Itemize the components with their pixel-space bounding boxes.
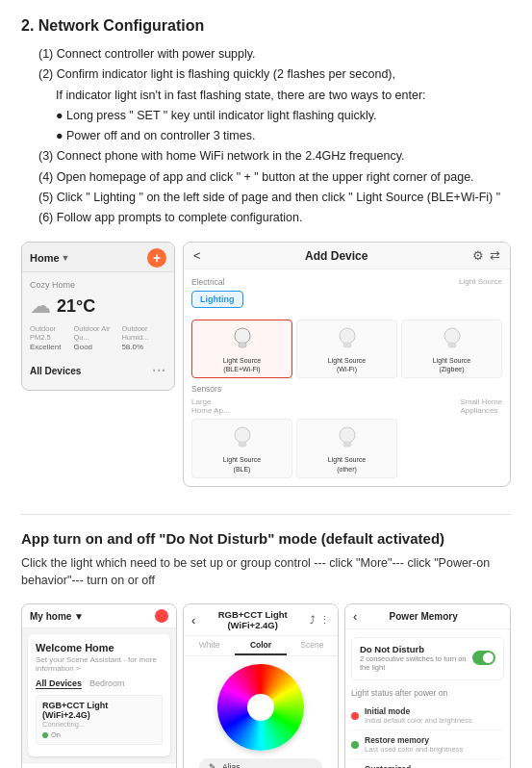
bullet2: Power off and on controller 3 times.	[56, 126, 511, 146]
step2: (2) Confirm indicator light is flashing …	[38, 64, 511, 85]
svg-point-10	[340, 427, 355, 443]
alias-button[interactable]: ✎ Alias	[199, 758, 322, 768]
device-grid-2: Light Source(BLE) Light Source(other)	[191, 419, 502, 477]
light-source-label: Light Source	[459, 277, 502, 287]
dnd-toggle[interactable]	[472, 651, 495, 665]
color-wheel-area: ✎ Alias 🕐 Schedule ◎ Efficiencies ⏻ Powe…	[184, 656, 338, 768]
pb1-body: Welcome Home Set your Scene Assistant - …	[22, 634, 176, 756]
settings-icon[interactable]: ⚙	[472, 248, 484, 263]
dnd-title: Do Not Disturb	[360, 644, 472, 654]
phone-rgb-light: ‹ RGB+CCT Light (WiFi+2.4G) ⤴ ⋮ White Co…	[183, 603, 339, 768]
tab-color[interactable]: Color	[235, 636, 286, 655]
option-restore-desc: Last used color and brightness	[365, 745, 463, 754]
bulb-icon-zigbee	[442, 326, 463, 353]
phone-mockups-row1: Home ▼ + Cozy Home ☁ 21°C Outdoor PM2.5 …	[21, 242, 511, 486]
temperature: 21°C	[57, 296, 95, 317]
electrical-text: Electrical	[191, 277, 224, 287]
bullet1: Long press " SET " key until indicator l…	[56, 106, 511, 126]
scan-icon[interactable]: ⇄	[490, 248, 500, 263]
device-other[interactable]: Light Source(other)	[296, 419, 397, 477]
phone-mockups-row2: My home ▼ Welcome Home Set your Scene As…	[21, 603, 511, 768]
option-initial-title: Initial mode	[365, 706, 472, 716]
all-devices-label: All Devices ···	[30, 359, 166, 382]
tab-white[interactable]: White	[184, 636, 235, 655]
cozy-label: Cozy Home	[30, 280, 166, 290]
bulb-icon-wifi	[337, 326, 358, 353]
share-icon[interactable]: ⤴	[310, 614, 316, 627]
section-divider	[21, 514, 511, 515]
device-status: On	[42, 730, 156, 739]
large-small-labels: LargeHome Ap... Small HomeAppliances	[191, 397, 502, 415]
dnd-header: Do Not Disturb 2 consecutive switches to…	[360, 644, 495, 672]
welcome-home-card: Welcome Home Set your Scene Assistant - …	[28, 634, 170, 756]
dot-green	[351, 741, 359, 749]
tab-all-devices[interactable]: All Devices	[36, 678, 82, 689]
pb3-body: Do Not Disturb 2 consecutive switches to…	[345, 629, 510, 768]
svg-point-4	[340, 328, 355, 344]
more-icon[interactable]: ⋮	[319, 614, 330, 627]
weather-row: ☁ 21°C	[30, 294, 166, 319]
device-sub: Connecting...	[42, 720, 156, 729]
pb3-back-icon[interactable]: ‹	[353, 609, 357, 624]
my-home-label: My home ▼	[30, 611, 84, 622]
bulb-icon-ble	[232, 425, 253, 452]
bulb-icon-other	[337, 425, 358, 452]
step6: (6) Follow app prompts to complete confi…	[38, 208, 511, 228]
dnd-subtitle: 2 consecutive switches to turn on the li…	[360, 654, 472, 672]
notification-dot	[155, 609, 168, 623]
color-wheel[interactable]	[217, 664, 304, 751]
pb2-icons: ⤴ ⋮	[310, 614, 330, 627]
back-arrow-icon[interactable]: <	[193, 248, 201, 263]
add-device-body: Electrical Light Source Lighting	[184, 269, 510, 485]
lighting-badge[interactable]: Lighting	[191, 291, 243, 308]
dot-red	[351, 712, 359, 720]
device-wifi[interactable]: Light Source(Wi-Fi)	[296, 320, 397, 378]
electrical-label: Electrical Light Source	[191, 277, 502, 287]
pb3-title: Power Memory	[390, 611, 458, 622]
memory-option-custom[interactable]: Customized Optimized color and brightnes…	[351, 759, 504, 768]
home-label: Home ▼	[30, 252, 69, 264]
bulb-icon	[232, 326, 253, 353]
device-ble-wifi[interactable]: Light Source(BLE+Wi-Fi)	[191, 320, 292, 378]
section3-title: App turn on and off "Do Not Disturb" mod…	[21, 530, 511, 547]
header-icons: ⚙ ⇄	[472, 248, 500, 263]
phone-my-home: My home ▼ Welcome Home Set your Scene As…	[21, 603, 177, 768]
stat-humid: Outdoor Humid... 58.0%	[121, 324, 166, 351]
tab-bedroom[interactable]: Bedroom	[89, 678, 125, 689]
stat-air: Outdoor Air Qu... Good	[74, 324, 118, 351]
device-ble[interactable]: Light Source(BLE)	[191, 419, 292, 477]
device-ble-wifi-label: Light Source(BLE+Wi-Fi)	[223, 356, 261, 373]
electrical-section: Electrical Light Source Lighting	[191, 277, 502, 378]
status-green-dot	[42, 732, 48, 738]
memory-options: Initial mode Initial default color and b…	[351, 702, 504, 768]
pb1-header: My home ▼	[22, 604, 176, 628]
add-device-button[interactable]: +	[147, 248, 166, 268]
home-text: Home	[30, 252, 60, 264]
tab-scene[interactable]: Scene	[287, 636, 338, 655]
welcome-home-title: Welcome Home	[36, 642, 163, 653]
step2-detail: If indicator light isn't in fast flashin…	[56, 86, 511, 106]
device-other-label: Light Source(other)	[328, 455, 366, 473]
phone-home-body: Cozy Home ☁ 21°C Outdoor PM2.5 Excellent…	[22, 272, 174, 390]
device-list-item[interactable]: RGB+CCT Light (WiFi+2.4G) Connecting... …	[36, 695, 163, 745]
memory-option-restore[interactable]: Restore memory Last used color and brigh…	[351, 730, 504, 759]
small-home-label: Small HomeAppliances	[460, 397, 502, 415]
pb2-header: ‹ RGB+CCT Light (WiFi+2.4G) ⤴ ⋮	[184, 604, 338, 636]
add-device-header: < Add Device ⚙ ⇄	[184, 243, 510, 269]
large-small-section: LargeHome Ap... Small HomeAppliances Lig…	[191, 397, 502, 477]
step1: (1) Connect controller with power supply…	[38, 44, 511, 64]
more-dots-icon[interactable]: ···	[152, 363, 166, 378]
color-wheel-center	[247, 694, 274, 721]
device-wifi-label: Light Source(Wi-Fi)	[328, 356, 366, 373]
instructions: (1) Connect controller with power supply…	[21, 44, 511, 228]
memory-option-initial[interactable]: Initial mode Initial default color and b…	[351, 702, 504, 730]
section3-desc: Click the light which need to be set up …	[21, 554, 511, 591]
option-custom-title: Customized	[365, 764, 464, 768]
dnd-text-group: Do Not Disturb 2 consecutive switches to…	[360, 644, 472, 672]
cloud-icon: ☁	[30, 294, 51, 319]
device-zigbee[interactable]: Light Source(Zigbee)	[401, 320, 502, 378]
step5: (5) Click " Lighting " on the left side …	[38, 188, 511, 208]
phone-power-memory: ‹ Power Memory Do Not Disturb 2 consecut…	[344, 603, 511, 768]
pb1-footer: 🏠 Home ☆ Scene ⚡ Smart 👤 Mi	[22, 762, 176, 768]
option-restore-text: Restore memory Last used color and brigh…	[365, 735, 463, 754]
